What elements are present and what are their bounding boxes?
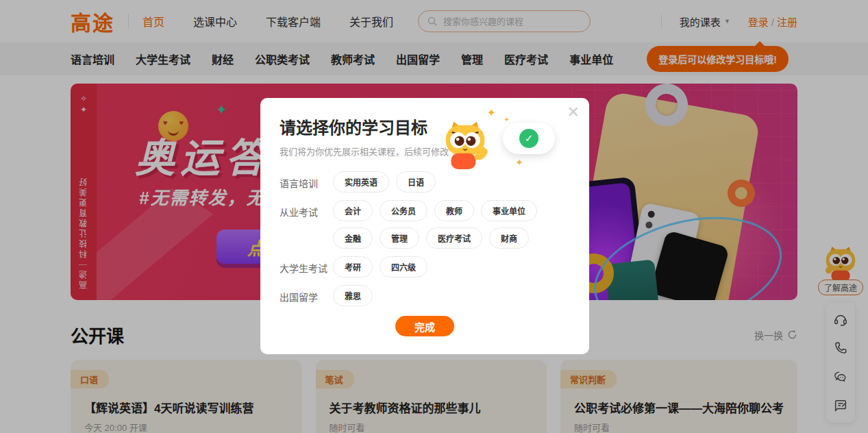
goal-chip[interactable]: 管理 [380,227,419,249]
mascot-icon [438,120,492,169]
modal-mascot-group: ✦ ✦ ✦ ✓ [438,108,562,169]
learning-goal-modal: ✕ 请选择你的学习目标 我们将为你优先展示相关课程，后续可修改 ✦ ✦ ✦ ✓ … [260,98,589,354]
goal-chip[interactable]: 四六级 [380,256,427,277]
goal-chip[interactable]: 雅思 [333,285,373,306]
goal-chip[interactable]: 财商 [489,227,529,249]
goal-group-label: 语言培训 [280,171,333,193]
goal-chip[interactable]: 会计 [333,200,373,221]
goal-group-label: 出国留学 [280,285,333,306]
close-icon[interactable]: ✕ [567,105,580,120]
check-icon: ✓ [519,129,538,148]
goal-group-label: 从业考试 [280,200,333,249]
goal-chip[interactable]: 金融 [333,227,373,249]
sparkle-icon: ✦ [487,106,496,119]
sparkle-icon: ✦ [515,157,523,168]
goal-chip[interactable]: 事业单位 [481,200,537,221]
goal-chip[interactable]: 教师 [434,200,474,221]
finish-button[interactable]: 完成 [395,316,454,336]
goal-chip[interactable]: 考研 [333,256,373,277]
goal-chip[interactable]: 日语 [396,171,436,193]
goal-chip[interactable]: 公务员 [380,200,427,221]
check-bubble: ✓ [503,123,555,154]
sparkle-icon: ✦ [504,116,510,123]
goal-chip[interactable]: 实用英语 [333,171,389,193]
goal-group-label: 大学生考试 [280,256,333,277]
goal-chip[interactable]: 医疗考试 [426,227,482,249]
